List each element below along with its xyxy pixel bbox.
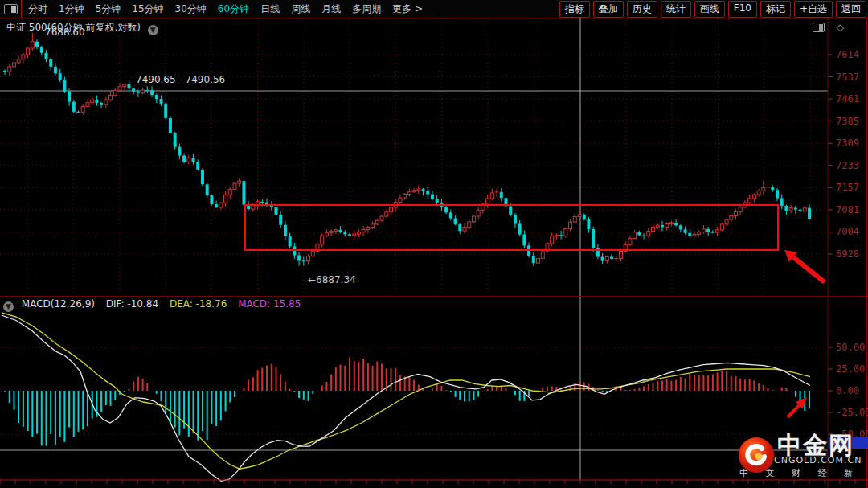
period-tab-5分钟[interactable]: 5分钟 (96, 2, 121, 16)
low-price-label: ←6887.34 (308, 274, 356, 285)
period-tab-周线[interactable]: 周线 (291, 2, 310, 16)
price-axis-label: 7461 (836, 93, 866, 105)
window-panel-icon[interactable] (4, 4, 18, 14)
candlestick-series (3, 33, 811, 266)
period-tab-日线[interactable]: 日线 (260, 2, 280, 16)
macd-header: ▼ MACD(12,26,9) DIF: -10.84 DEA: -18.76 … (3, 298, 309, 312)
dif-value: DIF: -10.84 (106, 298, 158, 310)
dea-value: DEA: -18.76 (170, 298, 227, 310)
toolbar-button-画线[interactable]: 画线 (694, 1, 725, 18)
toolbar-button-指标[interactable]: 指标 (559, 1, 590, 18)
watermark-tagline: 中 文 财 经 新 媒 体 (739, 467, 868, 479)
period-tab-1分钟[interactable]: 1分钟 (59, 2, 84, 16)
chevron-down-icon[interactable]: ▼ (3, 301, 14, 312)
drawn-arrow[interactable] (788, 405, 799, 417)
period-tab-60分钟[interactable]: 60分钟 (218, 2, 249, 16)
toolbar-button-叠加[interactable]: 叠加 (593, 1, 624, 18)
price-axis-label: 7614 (836, 49, 866, 60)
period-tab-分时[interactable]: 分时 (28, 2, 47, 16)
price-axis-label: 7309 (836, 137, 866, 149)
high-price-label: 7688.60 (45, 27, 85, 38)
toolbar-button-+自选[interactable]: +自选 (794, 1, 833, 18)
price-axis-label: 7157 (836, 182, 866, 193)
price-axis-label: 6928 (836, 248, 866, 260)
toolbar-button-返回[interactable]: 返回 (836, 1, 866, 18)
period-tab-月线[interactable]: 月线 (321, 2, 341, 16)
dif-line (2, 315, 810, 481)
period-tab-更多 >[interactable]: 更多 > (392, 2, 423, 16)
period-tabs: 分时1分钟5分钟15分钟30分钟60分钟日线周线月线多周期更多 > (28, 2, 434, 16)
chevron-down-icon[interactable]: ▼ (148, 25, 158, 35)
price-axis-label: 7081 (836, 204, 866, 215)
toolbar-button-历史[interactable]: 历史 (627, 1, 657, 18)
toolbar: 分时1分钟5分钟15分钟30分钟60分钟日线周线月线多周期更多 > 指标叠加历史… (0, 0, 868, 18)
toolbar-button-F10[interactable]: F10 (728, 1, 757, 18)
macd-axis-label: 50.00 (836, 342, 866, 353)
period-tab-15分钟[interactable]: 15分钟 (132, 2, 163, 16)
range-price-label: 7490.65 - 7490.56 (134, 74, 227, 85)
macd-value: MACD: 15.85 (238, 298, 301, 310)
macd-axis-label: -25.00 (836, 407, 866, 418)
watermark-domain: CNGOLD.COM.CN (774, 455, 862, 465)
macd-axis-label: 0.00 (836, 385, 866, 396)
price-axis-label: 7233 (836, 160, 866, 171)
toolbar-button-统计[interactable]: 统计 (661, 1, 691, 18)
diamond-icon[interactable]: ◇ (837, 22, 844, 33)
toolbar-buttons: 指标叠加历史统计画线F10标记+自选返回 (556, 1, 866, 18)
macd-axis-label: 25.00 (836, 363, 866, 375)
toolbar-divider (21, 0, 22, 18)
panel-split-icon[interactable] (813, 23, 825, 32)
macd-indicator-name: MACD(12,26,9) (22, 298, 95, 310)
trading-app-window: 分时1分钟5分钟15分钟30分钟60分钟日线周线月线多周期更多 > 指标叠加历史… (0, 0, 868, 488)
period-tab-多周期[interactable]: 多周期 (352, 2, 381, 16)
toolbar-button-标记[interactable]: 标记 (760, 1, 791, 18)
period-tab-30分钟[interactable]: 30分钟 (175, 2, 207, 16)
macd-histogram (5, 357, 809, 445)
price-axis-label: 7004 (836, 226, 866, 237)
chart-canvas[interactable] (0, 0, 868, 488)
drawn-arrow[interactable] (793, 257, 825, 282)
price-axis-label: 7537 (836, 72, 866, 83)
price-axis-label: 7385 (836, 116, 866, 127)
